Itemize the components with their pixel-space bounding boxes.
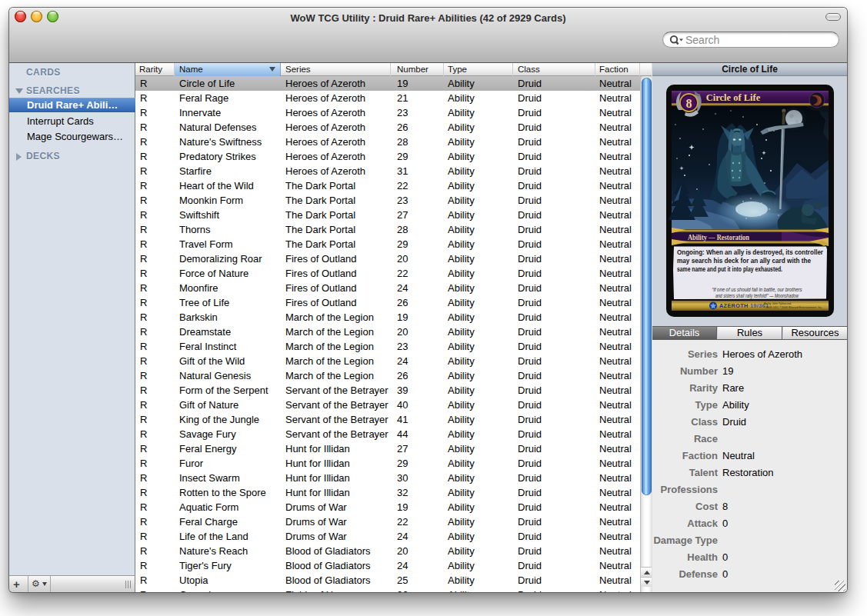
svg-text:may search his deck for an all: may search his deck for an ally card wit…	[677, 256, 811, 265]
svg-text:same name and put it into play: same name and put it into play exhausted…	[677, 265, 782, 273]
svg-text:AZEROTH 19/361: AZEROTH 19/361	[719, 302, 769, 309]
svg-text:and sisters shall rally tenfol: and sisters shall rally tenfold!” — Moon…	[715, 293, 799, 299]
svg-text:©2006 UDC ©2006 Blizzard Enter: ©2006 UDC ©2006 Blizzard Entertainment, …	[764, 306, 822, 309]
svg-text:Ability — Restoration: Ability — Restoration	[688, 234, 750, 241]
svg-text:Circle of Life: Circle of Life	[706, 92, 761, 103]
svg-text:Ongoing: When an ally is destr: Ongoing: When an ally is destroyed, its …	[677, 248, 823, 256]
svg-text:8: 8	[686, 97, 692, 110]
svg-text:Art by John Tyliszczak: Art by John Tyliszczak	[764, 302, 792, 305]
svg-text:“if one of us should fall in b: “if one of us should fall in battle, our…	[712, 287, 803, 292]
